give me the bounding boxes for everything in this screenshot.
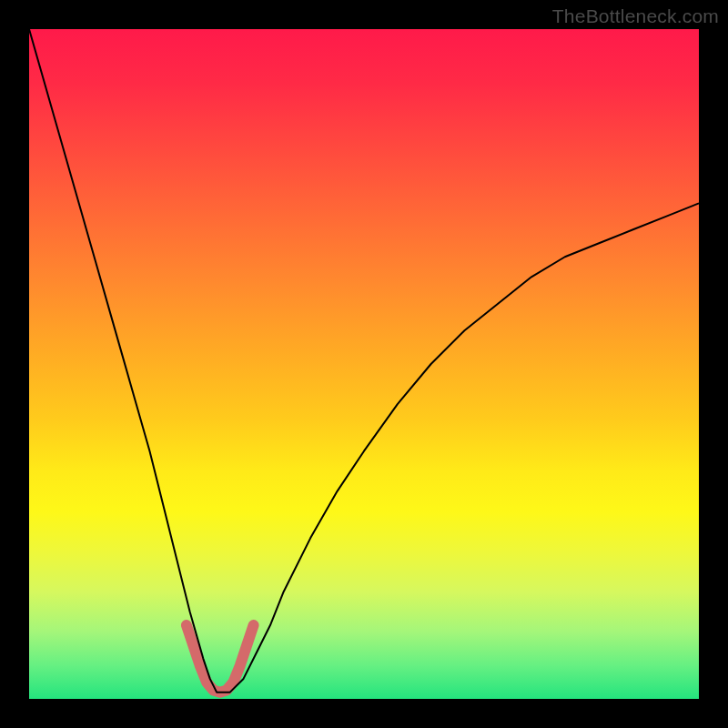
chart-canvas: TheBottleneck.com (0, 0, 728, 728)
bottleneck-curve (29, 29, 699, 693)
chart-svg (29, 29, 699, 699)
plot-area (29, 29, 699, 699)
watermark-text: TheBottleneck.com (552, 5, 719, 27)
